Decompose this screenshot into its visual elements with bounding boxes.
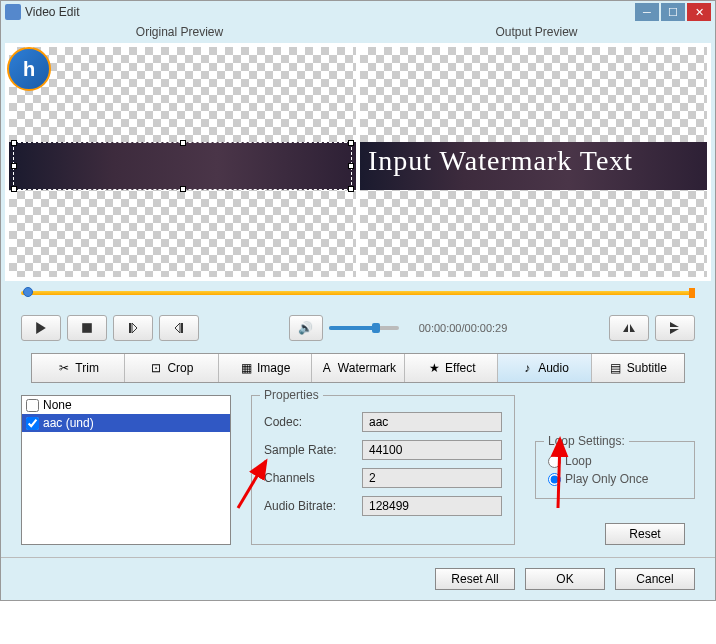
track-none[interactable]: None	[22, 396, 230, 414]
stop-button[interactable]	[67, 315, 107, 341]
tab-subtitle[interactable]: ▤Subtitle	[592, 354, 684, 382]
watermark-text-overlay: Input Watermark Text	[368, 145, 633, 177]
footer-buttons: Reset All OK Cancel	[1, 557, 715, 600]
tab-effect[interactable]: ★Effect	[405, 354, 498, 382]
svg-marker-7	[630, 324, 635, 332]
volume-button[interactable]: 🔊	[289, 315, 323, 341]
svg-marker-4	[175, 323, 180, 333]
trim-start-button[interactable]	[113, 315, 153, 341]
svg-rect-1	[82, 323, 92, 333]
tabs-bar: ✂Trim ⊡Crop ▦Image AWatermark ★Effect ♪A…	[31, 353, 685, 383]
play-once-radio[interactable]	[548, 473, 561, 486]
watermark-selection-box[interactable]	[13, 142, 352, 190]
tab-trim[interactable]: ✂Trim	[32, 354, 125, 382]
minimize-button[interactable]: ─	[635, 3, 659, 21]
codec-input[interactable]	[362, 412, 502, 432]
site-watermark: h	[7, 47, 51, 91]
track-none-checkbox[interactable]	[26, 399, 39, 412]
image-icon: ▦	[239, 361, 253, 375]
reset-button[interactable]: Reset	[605, 523, 685, 545]
video-edit-window: Video Edit ─ ☐ ✕ h 河东软件园 www.pc0359.cn O…	[0, 0, 716, 601]
audio-track-list[interactable]: None aac (und)	[21, 395, 231, 545]
play-button[interactable]	[21, 315, 61, 341]
svg-marker-8	[670, 322, 679, 327]
audio-panel: None aac (und) Properties Codec: Sample …	[1, 383, 715, 557]
timeline[interactable]	[21, 291, 695, 303]
time-display: 00:00:00/00:00:29	[419, 322, 508, 334]
svg-marker-6	[623, 324, 628, 332]
cancel-button[interactable]: Cancel	[615, 568, 695, 590]
reset-all-button[interactable]: Reset All	[435, 568, 515, 590]
crop-icon: ⊡	[149, 361, 163, 375]
svg-marker-9	[670, 329, 679, 334]
track-aac-checkbox[interactable]	[26, 417, 39, 430]
svg-marker-0	[36, 322, 46, 334]
sample-rate-input[interactable]	[362, 440, 502, 460]
titlebar: Video Edit ─ ☐ ✕	[1, 1, 715, 23]
flip-horizontal-button[interactable]	[609, 315, 649, 341]
output-preview-pane: Input Watermark Text	[360, 47, 707, 277]
maximize-button[interactable]: ☐	[661, 3, 685, 21]
window-title: Video Edit	[25, 5, 80, 19]
tab-watermark[interactable]: AWatermark	[312, 354, 405, 382]
flip-vertical-button[interactable]	[655, 315, 695, 341]
text-icon: A	[320, 361, 334, 375]
bitrate-input[interactable]	[362, 496, 502, 516]
sample-rate-label: Sample Rate:	[264, 443, 354, 457]
star-icon: ★	[427, 361, 441, 375]
tab-image[interactable]: ▦Image	[219, 354, 312, 382]
svg-marker-3	[132, 323, 137, 333]
loop-radio[interactable]	[548, 455, 561, 468]
tab-audio[interactable]: ♪Audio	[498, 354, 591, 382]
scissors-icon: ✂	[57, 361, 71, 375]
output-preview-label: Output Preview	[358, 23, 715, 43]
app-icon	[5, 4, 21, 20]
speaker-icon: 🔊	[298, 321, 313, 335]
timeline-handle[interactable]	[23, 287, 33, 297]
volume-slider[interactable]	[329, 326, 399, 330]
ok-button[interactable]: OK	[525, 568, 605, 590]
properties-group: Properties Codec: Sample Rate: Channels …	[251, 395, 515, 545]
channels-input[interactable]	[362, 468, 502, 488]
loop-settings-group: Loop Settings: Loop Play Only Once	[535, 441, 695, 499]
track-aac[interactable]: aac (und)	[22, 414, 230, 432]
svg-rect-2	[129, 323, 131, 333]
subtitle-icon: ▤	[609, 361, 623, 375]
note-icon: ♪	[520, 361, 534, 375]
original-preview-pane[interactable]	[9, 47, 356, 277]
channels-label: Channels	[264, 471, 354, 485]
close-button[interactable]: ✕	[687, 3, 711, 21]
codec-label: Codec:	[264, 415, 354, 429]
original-preview-label: Original Preview	[1, 23, 358, 43]
svg-rect-5	[181, 323, 183, 333]
tab-crop[interactable]: ⊡Crop	[125, 354, 218, 382]
bitrate-label: Audio Bitrate:	[264, 499, 354, 513]
trim-end-button[interactable]	[159, 315, 199, 341]
